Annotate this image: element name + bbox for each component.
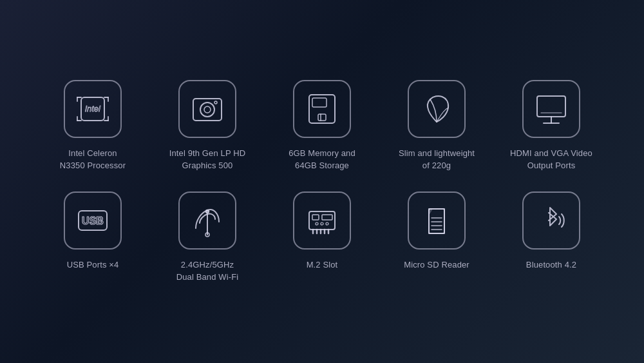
svg-rect-34 [322,215,332,220]
svg-rect-14 [309,95,335,123]
svg-rect-18 [537,96,565,117]
svg-text:USB: USB [82,215,104,226]
svg-point-13 [214,101,217,104]
usb-ports-label: USB Ports ×4 [67,259,119,271]
svg-point-12 [204,106,211,113]
intel-processor-label: Intel Celeron N3350 Processor [60,147,126,172]
m2-slot-icon-box [293,191,351,250]
feature-wifi: 2.4GHz/5GHz Dual Band Wi-Fi [153,191,261,284]
svg-point-37 [326,222,328,225]
hdmi-vga-label: HDMI and VGA Video Output Ports [510,147,592,172]
bluetooth-label: Bluetooth 4.2 [526,259,576,271]
wifi-label: 2.4GHz/5GHz Dual Band Wi-Fi [176,259,239,284]
sd-reader-label: Micro SD Reader [404,259,469,271]
svg-point-35 [316,222,318,225]
svg-point-11 [200,103,214,117]
wifi-icon-box [178,191,236,250]
svg-text:intel: intel [85,104,101,113]
slim-lightweight-icon-box [408,80,466,138]
intel-processor-icon-box: intel [64,80,122,138]
features-grid: intel Intel Celeron N3350 Processor [26,67,618,297]
slim-lightweight-label: Slim and lightweight of 220g [399,147,475,172]
feature-intel-processor: intel Intel Celeron N3350 Processor [39,80,147,172]
feature-memory-storage: 6GB Memory and 64GB Storage [268,80,376,172]
feature-m2-slot: M.2 Slot [268,191,376,284]
svg-rect-15 [312,98,327,107]
svg-rect-16 [318,114,326,121]
memory-storage-label: 6GB Memory and 64GB Storage [289,147,355,172]
sd-reader-icon-box [408,191,466,250]
intel-graphics-label: Intel 9th Gen LP HD Graphics 500 [169,147,246,172]
feature-sd-reader: Micro SD Reader [383,191,491,284]
memory-storage-icon-box [293,80,351,138]
feature-hdmi-vga: HDMI and VGA Video Output Ports [497,80,605,172]
hdmi-vga-icon-box [522,80,580,138]
svg-point-25 [206,210,209,213]
svg-rect-33 [312,215,319,220]
feature-slim-lightweight: Slim and lightweight of 220g [383,80,491,172]
svg-rect-27 [309,211,335,230]
feature-bluetooth: Bluetooth 4.2 [497,191,605,284]
usb-ports-icon-box: USB [64,191,122,250]
intel-graphics-icon-box [178,80,236,138]
bluetooth-icon-box [522,191,580,250]
svg-point-36 [321,222,323,225]
feature-intel-graphics: Intel 9th Gen LP HD Graphics 500 [153,80,261,172]
feature-usb-ports: USB USB Ports ×4 [39,191,147,284]
m2-slot-label: M.2 Slot [307,259,338,271]
